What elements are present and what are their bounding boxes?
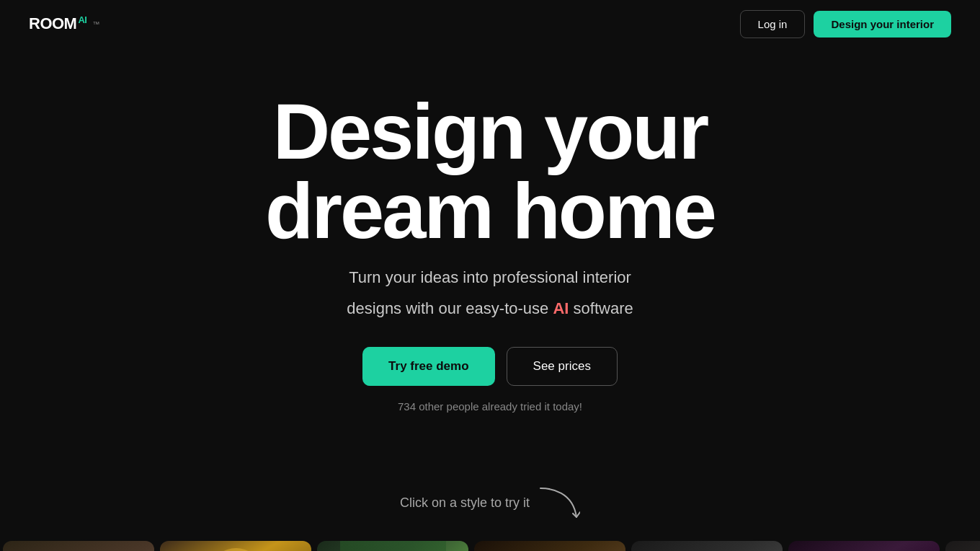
hero-title: Design your dream home [29,92,951,250]
click-hint: Click on a style to try it [0,485,980,521]
style-card-candy-land[interactable]: Candy Land [788,541,940,551]
logo-text: ROOMAI [29,14,86,33]
styles-row: Japanese ZenBohemianCosmic ChicSteampunk… [0,541,980,551]
arrow-curve-icon [537,485,580,521]
style-card-industrial[interactable]: Industrial [631,541,783,551]
hero-subtitle-1: Turn your ideas into professional interi… [29,265,951,290]
style-card-bohemian[interactable]: Bohemian [160,541,311,551]
style-card-cosmic-chic[interactable]: Cosmic Chic [317,541,468,551]
hero-buttons: Try free demo See prices [29,347,951,386]
nav-actions: Log in Design your interior [740,10,951,38]
logo-ai-badge: AI [78,14,86,25]
design-interior-button[interactable]: Design your interior [814,11,951,38]
room-decor [340,541,446,551]
navbar: ROOMAI ™ Log in Design your interior [0,0,980,48]
room-decor [213,548,259,551]
ai-highlight: AI [553,299,569,317]
style-card-contemporary[interactable]: Contemporary [945,541,980,551]
try-demo-button[interactable]: Try free demo [362,347,495,386]
styles-section: Click on a style to try it Japanese ZenB… [0,485,980,551]
social-proof: 734 other people already tried it today! [29,400,951,413]
style-card-steampunk[interactable]: Steampunk [474,541,625,551]
login-button[interactable]: Log in [740,10,806,38]
style-card-japanese-zen[interactable]: Japanese Zen [3,541,154,551]
logo-tm: ™ [92,20,99,28]
logo[interactable]: ROOMAI ™ [29,14,99,33]
see-prices-button[interactable]: See prices [507,347,618,386]
hero-subtitle-2: designs with our easy-to-use AI software [29,296,951,321]
hero-section: Design your dream home Turn your ideas i… [0,48,980,441]
